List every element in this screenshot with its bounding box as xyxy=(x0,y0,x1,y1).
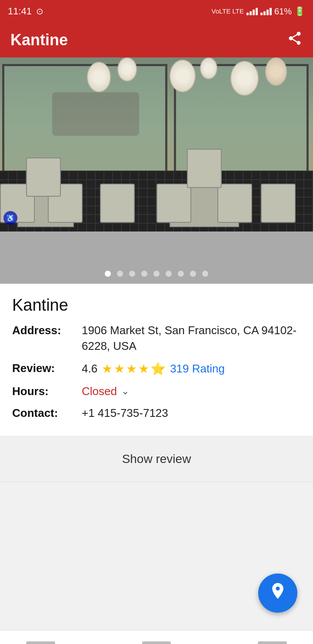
restaurant-name: Kantine xyxy=(12,296,301,315)
address-row: Address: 1906 Market St, San Francisco, … xyxy=(12,322,301,354)
battery-label: 61% xyxy=(274,7,292,17)
clock: 11:41 xyxy=(8,6,32,17)
lantern-2 xyxy=(117,57,137,81)
contact-value[interactable]: +1 415-735-7123 xyxy=(82,405,301,421)
carrier-label: VoLTE LTE xyxy=(211,7,243,15)
share-icon[interactable] xyxy=(287,30,303,50)
review-value: 4.6 ★ ★ ★ ★ ⭐ 319 Rating xyxy=(82,360,301,377)
hours-status: Closed xyxy=(82,383,117,399)
navigate-icon xyxy=(268,581,287,604)
star-4: ★ xyxy=(138,360,149,377)
lantern-6 xyxy=(265,57,287,86)
nav-pill-3 xyxy=(258,641,287,644)
star-1: ★ xyxy=(102,360,113,377)
carousel-dots xyxy=(0,271,313,277)
show-review-button[interactable]: Show review xyxy=(0,436,313,482)
contact-row: Contact: +1 415-735-7123 xyxy=(12,405,301,421)
dot-4 xyxy=(141,271,147,277)
nav-pill-1 xyxy=(26,641,55,644)
chair-6 xyxy=(217,184,252,223)
rating-number: 4.6 xyxy=(82,361,97,376)
lantern-5 xyxy=(230,61,259,96)
location-icon: ⊙ xyxy=(36,6,43,17)
accessibility-sign: ♿ xyxy=(3,211,17,225)
star-2: ★ xyxy=(114,360,125,377)
chair-3 xyxy=(26,158,61,197)
review-row: Review: 4.6 ★ ★ ★ ★ ⭐ 319 Rating xyxy=(12,360,301,377)
nav-pill-2 xyxy=(142,641,171,644)
address-label: Address: xyxy=(12,322,82,338)
chair-8 xyxy=(187,149,222,188)
contact-label: Contact: xyxy=(12,405,82,421)
hours-row: Hours: Closed ⌄ xyxy=(12,383,301,399)
review-label: Review: xyxy=(12,360,82,376)
dot-2 xyxy=(117,271,123,277)
navigate-fab[interactable] xyxy=(258,574,297,613)
chair-4 xyxy=(100,184,135,223)
dot-7 xyxy=(178,271,184,277)
star-half: ⭐ xyxy=(150,360,166,377)
signal-icon-2 xyxy=(260,8,272,15)
carousel-scene: ♿ xyxy=(0,57,313,284)
app-bar: Kantine xyxy=(0,23,313,57)
dot-8 xyxy=(190,271,196,277)
chevron-down-icon[interactable]: ⌄ xyxy=(121,385,129,398)
dot-6 xyxy=(166,271,172,277)
dot-5 xyxy=(153,271,160,277)
hours-value[interactable]: Closed ⌄ xyxy=(82,383,301,399)
app-title: Kantine xyxy=(10,31,68,49)
bottom-area xyxy=(0,482,313,644)
content-section: Kantine Address: 1906 Market St, San Fra… xyxy=(0,284,313,436)
battery-icon: 🔋 xyxy=(294,6,305,17)
star-3: ★ xyxy=(126,360,137,377)
dot-9 xyxy=(202,271,208,277)
lantern-1 xyxy=(87,62,111,92)
rating-link[interactable]: 319 Rating xyxy=(170,361,225,376)
star-rating: ★ ★ ★ ★ ⭐ xyxy=(102,360,166,377)
dot-1 xyxy=(105,271,111,277)
chair-5 xyxy=(156,184,191,223)
interior-shadow xyxy=(52,92,139,136)
chair-7 xyxy=(261,184,296,223)
status-bar: 11:41 ⊙ VoLTE LTE 61% 🔋 xyxy=(0,0,313,23)
bottom-navigation xyxy=(0,630,313,644)
lantern-4 xyxy=(200,57,217,79)
hours-label: Hours: xyxy=(12,383,82,399)
address-value: 1906 Market St, San Francisco, CA 94102-… xyxy=(82,322,301,354)
lantern-3 xyxy=(170,60,196,92)
image-carousel[interactable]: ♿ xyxy=(0,57,313,284)
dot-3 xyxy=(129,271,135,277)
signal-icon xyxy=(246,8,258,15)
